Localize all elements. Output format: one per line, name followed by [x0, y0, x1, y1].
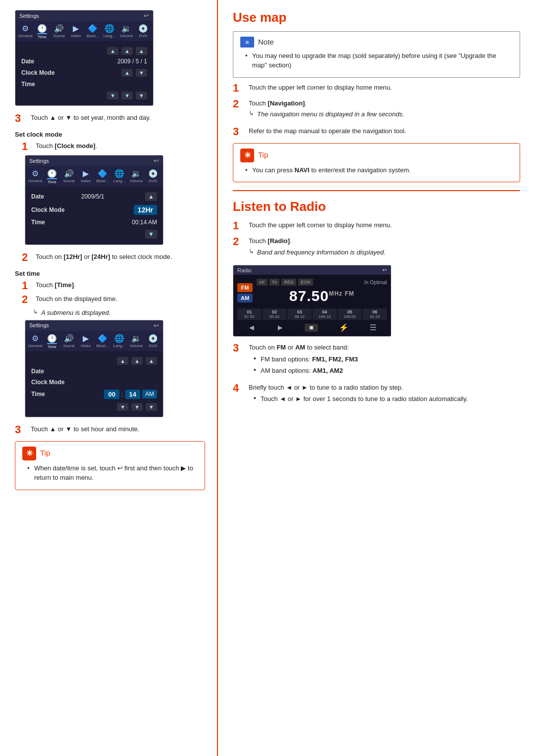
section-divider [233, 190, 520, 191]
ss3-icon-video[interactable]: ▶Video [78, 334, 94, 349]
tip-content-left: When date/time is set, touch ↩ first and… [34, 463, 198, 483]
radio-body: FM AM AF TA REG EON .In Optimal 87.50MHz… [233, 275, 391, 336]
ss1-clockmode-arrow-up[interactable]: ▲ [121, 69, 133, 77]
fm-button[interactable]: FM [237, 283, 253, 292]
ss2-back-icon[interactable]: ↩ [154, 157, 159, 164]
use-map-step-1: 1 Touch the upper left corner to display… [233, 83, 520, 94]
ss1-icon-sound[interactable]: 🔊Sound [51, 24, 67, 39]
arrow-sym-3: ↳ [249, 248, 254, 255]
ss1-icon-dvd[interactable]: 💿DVD [135, 24, 151, 39]
ss3-dn1[interactable]: ▼ [117, 403, 128, 411]
ss3-icon-dvd[interactable]: 💿DVD [145, 334, 161, 349]
note-header: ≡ Note [240, 37, 513, 48]
ss2-bottom-arrow[interactable]: ▼ [145, 230, 157, 239]
tip-box-use-map: ✳ Tip • You can press NAVI to enter/exit… [233, 143, 520, 183]
ss1-arrow-up-3[interactable]: ▲ [136, 47, 147, 55]
ss2-icon-general[interactable]: ⚙General [27, 169, 43, 184]
radio-station-4[interactable]: 04 106.10 [313, 308, 337, 320]
bullet-auto: • [254, 394, 261, 402]
time-step-1-num: 1 [22, 280, 33, 291]
ss1-back-icon[interactable]: ↩ [144, 12, 149, 19]
ss2-clockmode-value[interactable]: 12Hr [134, 205, 157, 215]
ss2-icon-language[interactable]: 🌐Lang... [111, 169, 127, 184]
ss3-dn3[interactable]: ▼ [146, 403, 157, 411]
radio-station-6[interactable]: 06 91.20 [363, 308, 387, 320]
ss3-time-hour[interactable]: 00 [104, 390, 119, 399]
clock-step-2-num: 2 [22, 252, 33, 263]
radio-step-1-num: 1 [233, 220, 246, 231]
radio-preset-button[interactable]: 🔲 [305, 324, 318, 332]
ta-button[interactable]: TA [269, 279, 280, 286]
ss3-time-min[interactable]: 14 [125, 390, 140, 399]
tip-box-left: ✳ Tip • When date/time is set, touch ↩ f… [15, 441, 205, 490]
ss3-up1[interactable]: ▲ [117, 357, 128, 365]
ss3-icon-sound[interactable]: 🔊Sound [61, 334, 77, 349]
reg-button[interactable]: REG [281, 279, 296, 286]
ss1-arrow-up-1[interactable]: ▲ [107, 47, 118, 55]
note-icon: ≡ [240, 37, 254, 48]
use-map-step-1-text: Touch the upper left corner to display h… [249, 83, 392, 93]
time-step-2-num: 2 [22, 294, 33, 305]
ss1-icon-time[interactable]: 🕐Time [34, 24, 50, 39]
ss2-time-label: Time [31, 219, 45, 226]
ss1-icon-language[interactable]: 🌐Lang... [102, 24, 117, 39]
eon-button[interactable]: EON [298, 279, 313, 286]
ss2-icon-bluetooth[interactable]: 🔷Bluet... [95, 169, 110, 184]
radio-step-4-num: 4 [233, 383, 246, 394]
radio-station-1[interactable]: 01 87.50 [237, 308, 262, 320]
am-button[interactable]: AM [237, 294, 253, 302]
radio-menu-button[interactable]: ☰ [370, 323, 376, 332]
ss3-time-ampm[interactable]: AM [142, 390, 157, 399]
ss2-icon-video[interactable]: ▶Video [78, 169, 94, 184]
ss3-icon-time[interactable]: 🕐Time [44, 334, 60, 349]
step-3-num: 3 [15, 113, 28, 124]
radio-next-button[interactable]: ► [276, 323, 284, 332]
ss1-arrow-dn-2[interactable]: ▼ [121, 92, 133, 100]
ss1-time-label: Time [21, 81, 35, 88]
ss3-icon-language[interactable]: 🌐Lang... [111, 334, 127, 349]
radio-prev-button[interactable]: ◄ [248, 323, 256, 332]
ss1-date-value: 2009 / 5 / 1 [117, 58, 147, 65]
use-map-title: Use map [233, 10, 520, 25]
ss1-clockmode-arrow-down[interactable]: ▼ [136, 69, 147, 77]
use-map-step-2-sub-text: The navigation menu is displayed in a fe… [257, 109, 404, 119]
clock-step-1: 1 Touch [Clock mode]. [22, 141, 205, 152]
radio-af-row: AF TA REG EON .In Optimal [257, 279, 387, 286]
ss2-date-arrow[interactable]: ▲ [145, 192, 157, 201]
clock-step-1-text: Touch [Clock mode]. [36, 141, 97, 151]
ss2-icon-dvd[interactable]: 💿DVD [145, 169, 161, 184]
af-button[interactable]: AF [257, 279, 268, 286]
radio-bottom-controls: ◄ ► 🔲 ⚡ ☰ [237, 323, 387, 332]
radio-station-3[interactable]: 03 98.10 [287, 308, 312, 320]
radio-step-2-num: 2 [233, 236, 246, 247]
ss3-dn2[interactable]: ▼ [131, 403, 143, 411]
radio-step-3-text: Touch on FM or AM to select band: [249, 344, 349, 351]
radio-scan-button[interactable]: ⚡ [339, 323, 349, 332]
ss3-icon-bluetooth[interactable]: 🔷Bluet... [95, 334, 110, 349]
ss3-icon-volume[interactable]: 🔉Volume [128, 334, 144, 349]
ss3-up3[interactable]: ▲ [146, 357, 157, 365]
set-clock-mode-heading: Set clock mode [15, 131, 205, 138]
ss1-icon-general[interactable]: ⚙General [17, 24, 33, 39]
ss2-icon-volume[interactable]: 🔉Volume [128, 169, 144, 184]
ss2-icon-time[interactable]: 🕐Time [44, 169, 60, 184]
screenshot-2: Settings ↩ ⚙General 🕐Time 🔊Sound ▶Video … [25, 155, 163, 245]
ss1-icon-video[interactable]: ▶Video [68, 24, 84, 39]
ss2-icon-sound[interactable]: 🔊Sound [61, 169, 77, 184]
ss1-icon-bluetooth[interactable]: 🔷Bluet... [85, 24, 101, 39]
ss3-up2[interactable]: ▲ [131, 357, 143, 365]
radio-station-5[interactable]: 05 108.00 [338, 308, 362, 320]
note-content: You may need to upgrade the map (sold se… [252, 51, 513, 70]
ss1-arrow-up-2[interactable]: ▲ [121, 47, 133, 55]
ss3-back-icon[interactable]: ↩ [154, 322, 159, 329]
tip-text-left: • When date/time is set, touch ↩ first a… [27, 463, 198, 483]
ss3-icon-general[interactable]: ⚙General [27, 334, 43, 349]
radio-station-2[interactable]: 02 90.10 [263, 308, 287, 320]
ss1-icon-volume[interactable]: 🔉Volume [118, 24, 134, 39]
ss1-arrow-dn-1[interactable]: ▼ [107, 92, 118, 100]
tip-label-use-map: Tip [258, 150, 268, 161]
ss1-arrow-dn-3[interactable]: ▼ [136, 92, 147, 100]
listen-radio-title: Listen to Radio [233, 199, 520, 214]
ss3-title: Settings [29, 322, 49, 328]
radio-back-icon[interactable]: ↩ [382, 267, 387, 273]
